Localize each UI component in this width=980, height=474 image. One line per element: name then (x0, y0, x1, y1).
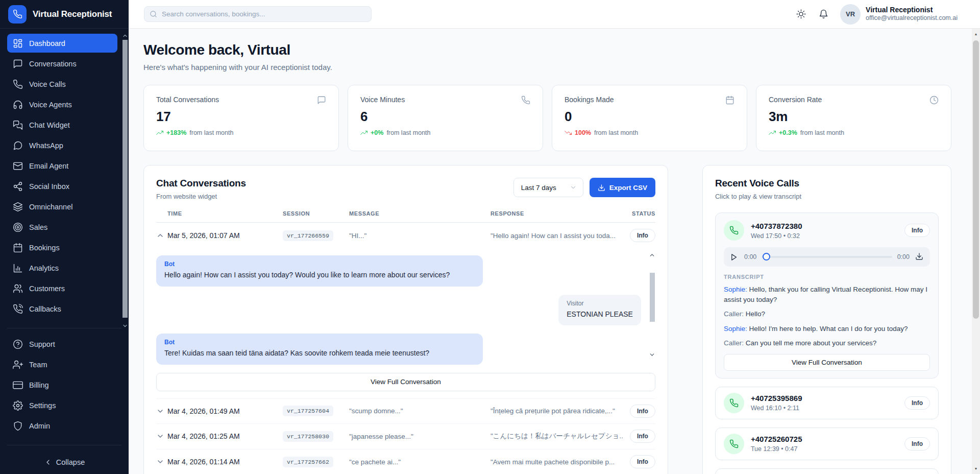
stat-label: Total Conversations (156, 96, 219, 104)
conversation-scrollbar[interactable] (648, 251, 655, 358)
play-button[interactable] (730, 252, 739, 262)
transcript-line: Caller: Can you tell me more about your … (724, 338, 930, 348)
info-button[interactable]: Info (904, 224, 930, 237)
row-response: "Hello again! How can I assist you toda.… (491, 232, 623, 240)
info-button[interactable]: Info (904, 396, 930, 410)
date-range-value: Last 7 days (521, 184, 556, 192)
table-row[interactable]: Mar 5, 2026, 01:07 AM vr_177266559 "HI..… (156, 223, 655, 248)
voice-call-card[interactable]: +40725260725 Tue 12:39 • 0:47 Info (715, 428, 939, 460)
page-scrollbar-thumb[interactable] (973, 40, 979, 319)
sidebar-nav: Dashboard Conversations Voice Calls Voic… (0, 29, 129, 323)
view-full-conversation-button[interactable]: View Full Conversation (724, 354, 930, 371)
sidebar-item-analytics[interactable]: Analytics (7, 258, 117, 277)
theme-toggle-button[interactable] (792, 6, 810, 23)
speaker-label: Caller: (724, 339, 744, 347)
conversation-scrollbar-thumb[interactable] (650, 273, 655, 322)
session-badge: vr_177258030 (283, 431, 333, 442)
sidebar-item-label: Social Inbox (29, 182, 69, 191)
bell-icon (819, 9, 828, 19)
sidebar-item-customers[interactable]: Customers (7, 279, 117, 298)
sidebar-item-voice-agents[interactable]: Voice Agents (7, 95, 117, 114)
table-row[interactable]: Mar 4, 2026, 01:49 AM vr_177257604 "scum… (156, 398, 655, 424)
sidebar-scroll-up-arrow[interactable] (122, 32, 128, 38)
sidebar-item-settings[interactable]: Settings (7, 396, 117, 415)
table-row[interactable]: Mar 4, 2026, 01:14 AM vr_177257662 "ce p… (156, 449, 655, 474)
voice-call-card-partial[interactable] (715, 468, 939, 474)
users-icon (13, 283, 23, 294)
info-button[interactable]: Info (630, 229, 655, 242)
seek-slider[interactable] (762, 256, 892, 258)
search-input[interactable] (144, 6, 372, 22)
chevron-down-icon[interactable] (156, 432, 164, 440)
scroll-down-arrow[interactable]: ▼ (972, 464, 980, 473)
sidebar-scrollbar-thumb[interactable] (122, 40, 128, 318)
sidebar-item-label: Support (29, 340, 55, 348)
stat-trend-value: +0% (371, 129, 383, 136)
search-icon (150, 10, 157, 18)
scroll-up-arrow[interactable] (649, 251, 655, 258)
scroll-up-arrow[interactable]: ▲ (972, 30, 980, 38)
app-root: Virtual Receptionist Dashboard Conversat… (0, 0, 980, 474)
sidebar-item-conversations[interactable]: Conversations (7, 54, 117, 73)
notifications-button[interactable] (815, 6, 832, 23)
chevron-up-icon[interactable] (156, 231, 164, 240)
sidebar-item-sales[interactable]: Sales (7, 218, 117, 236)
collapse-sidebar-button[interactable]: Collapse (0, 451, 129, 474)
stat-trend-value: +0.3% (779, 129, 797, 136)
sidebar-item-label: Callbacks (29, 305, 61, 313)
sidebar-item-voice-calls[interactable]: Voice Calls (7, 75, 117, 93)
export-csv-button[interactable]: Export CSV (590, 178, 655, 197)
info-button[interactable]: Info (630, 430, 655, 443)
row-message: "japanesse please..." (349, 433, 491, 440)
sidebar-item-bookings[interactable]: Bookings (7, 238, 117, 257)
sidebar-item-support[interactable]: Support (7, 335, 117, 353)
chevron-down-icon[interactable] (156, 458, 164, 466)
sidebar-item-chat-widget[interactable]: Chat Widget (7, 115, 117, 134)
voice-call-card[interactable]: +40737872380 Wed 17:50 • 0:32 Info (715, 212, 939, 378)
chat-conversations-panel: Chat Conversations From website widget L… (143, 165, 668, 474)
trending-up-icon (156, 129, 163, 136)
scroll-down-arrow[interactable] (649, 351, 655, 358)
audio-player: 0:00 0:00 (724, 247, 930, 267)
table-row[interactable]: Mar 4, 2026, 01:25 AM vr_177258030 "japa… (156, 424, 655, 449)
view-full-conversation-button[interactable]: View Full Conversation (156, 373, 655, 391)
table-header: TIME SESSION MESSAGE RESPONSE STATUS (156, 210, 655, 223)
info-button[interactable]: Info (630, 405, 655, 418)
sidebar-item-social-inbox[interactable]: Social Inbox (7, 177, 117, 196)
page-title: Welcome back, Virtual (143, 42, 951, 58)
message-circle-icon (13, 140, 23, 151)
seek-slider-knob[interactable] (763, 253, 770, 260)
sidebar-item-omnichannel[interactable]: Omnichannel (7, 197, 117, 216)
sidebar-item-label: Customers (29, 285, 65, 293)
chevron-down-icon[interactable] (156, 407, 164, 415)
expanded-conversation: Bot Hello again! How can I assist you to… (156, 248, 655, 391)
info-button[interactable]: Info (630, 455, 655, 468)
voice-call-card[interactable]: +40725395869 Wed 16:10 • 2:11 Info (715, 387, 939, 419)
sidebar-item-whatsapp[interactable]: WhatsApp (7, 136, 117, 155)
user-avatar[interactable]: VR (840, 4, 861, 25)
date-range-select[interactable]: Last 7 days (513, 178, 583, 197)
transcript-text: Hello, thank you for calling Virtual Rec… (724, 286, 927, 303)
page-scrollbar[interactable]: ▲ ▼ (972, 29, 980, 474)
sidebar-item-label: Email Agent (29, 162, 68, 170)
column-header-response: RESPONSE (491, 210, 623, 217)
sidebar-item-label: Settings (29, 401, 56, 410)
row-message: "scump domne..." (349, 407, 491, 415)
headphones-icon (13, 100, 23, 110)
sidebar-item-team[interactable]: Team (7, 355, 117, 374)
app-logo (8, 5, 27, 23)
column-header-time: TIME (167, 210, 283, 217)
sidebar-scroll-down-arrow[interactable] (122, 322, 128, 328)
download-recording-button[interactable] (915, 252, 924, 262)
sidebar-nav-secondary: Support Team Billing Settings Admin (0, 334, 129, 440)
sidebar-item-dashboard[interactable]: Dashboard (7, 34, 117, 53)
gear-icon (13, 400, 23, 411)
sidebar-item-callbacks[interactable]: Callbacks (7, 299, 117, 318)
sidebar-item-billing[interactable]: Billing (7, 375, 117, 394)
info-button[interactable]: Info (904, 437, 930, 451)
calendar-icon (725, 96, 734, 105)
sidebar-item-admin[interactable]: Admin (7, 416, 117, 435)
sidebar-item-email-agent[interactable]: Email Agent (7, 156, 117, 175)
dashboard-content: Welcome back, Virtual Here's what's happ… (129, 29, 980, 474)
share-icon (13, 181, 23, 192)
